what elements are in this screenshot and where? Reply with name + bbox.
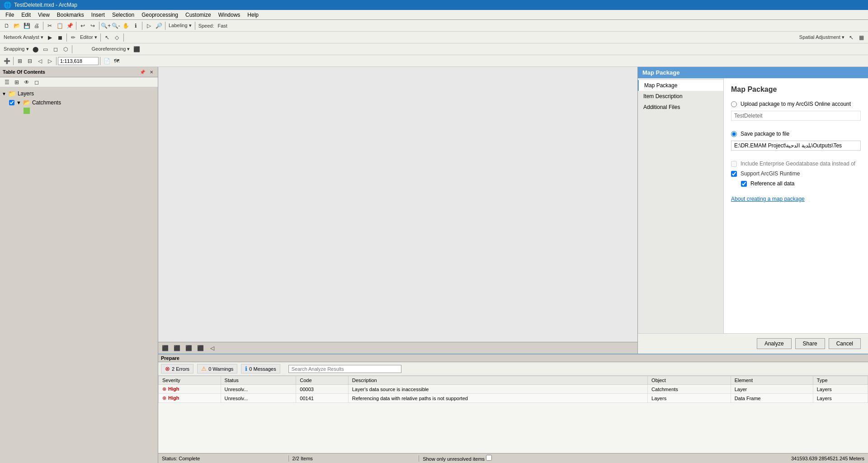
catchments-checkbox[interactable]: [9, 100, 14, 105]
labeling-label[interactable]: Labeling ▾: [169, 23, 192, 28]
upload-name-input[interactable]: [731, 111, 861, 121]
sep10: [72, 45, 72, 53]
expand-icon: ▼: [2, 91, 6, 96]
reference-data-row: Reference all data: [741, 180, 861, 187]
zoom-next-button[interactable]: ▷: [45, 56, 55, 66]
network-analyst-label[interactable]: Network Analyst ▾: [4, 34, 43, 40]
sa-select[interactable]: ↖: [846, 33, 856, 43]
upload-radio[interactable]: [731, 101, 737, 107]
panel-content: Map Package Upload package to my ArcGIS …: [724, 78, 868, 333]
search-analyze-input[interactable]: [288, 365, 401, 373]
info-button[interactable]: ℹ: [131, 21, 141, 31]
save-path-input[interactable]: [731, 141, 861, 151]
zoom-layer-button[interactable]: ⊟: [25, 56, 35, 66]
table-row[interactable]: ⊗High Unresolv... 00141 Referencing data…: [159, 394, 868, 403]
zoom-out-button[interactable]: 🔍-: [111, 21, 121, 31]
toc-list-view[interactable]: ☰: [2, 77, 12, 87]
messages-button[interactable]: ℹ 0 Messages: [241, 364, 280, 373]
new-button[interactable]: 🗋: [2, 21, 12, 31]
network-btn1[interactable]: ▶: [45, 33, 55, 43]
snapping-label[interactable]: Snapping ▾: [4, 46, 29, 52]
menu-help[interactable]: Help: [244, 11, 262, 19]
redo-button[interactable]: ↪: [88, 21, 98, 31]
editor-label[interactable]: Editor ▾: [80, 34, 97, 40]
map-view[interactable]: [158, 67, 637, 342]
map-nav-btn5[interactable]: ◁: [207, 343, 217, 353]
open-button[interactable]: 📂: [12, 21, 22, 31]
support-runtime-checkbox[interactable]: [731, 171, 737, 177]
include-enterprise-row: Include Enterprise Geodatabase data inst…: [731, 161, 861, 167]
menu-customize[interactable]: Customize: [182, 11, 215, 19]
toc-pin-button[interactable]: 📌: [139, 68, 146, 76]
toc-toolbar: ☰ ⊞ 👁 ◻: [0, 77, 158, 87]
scale-input[interactable]: [58, 57, 99, 65]
undo-button[interactable]: ↩: [78, 21, 88, 31]
save-radio[interactable]: [731, 131, 737, 137]
geo-btn1[interactable]: ⬛: [132, 44, 142, 54]
menu-file[interactable]: File: [2, 11, 18, 19]
cancel-button[interactable]: Cancel: [829, 338, 861, 349]
errors-button[interactable]: ⊗ 2 Errors: [161, 364, 193, 373]
vertex-tool[interactable]: ◇: [112, 33, 122, 43]
nav-item-description[interactable]: Item Description: [638, 91, 723, 102]
snap-mid[interactable]: ⬡: [61, 44, 71, 54]
table-row[interactable]: ⊗High Unresolv... 00003 Layer's data sou…: [159, 385, 868, 394]
toc-close-button[interactable]: ✕: [148, 68, 155, 76]
share-button[interactable]: Share: [795, 338, 825, 349]
analyze-button[interactable]: Analyze: [757, 338, 792, 349]
select-button[interactable]: ▷: [144, 21, 154, 31]
paste-button[interactable]: 📌: [65, 21, 75, 31]
map-nav-btn3[interactable]: ⬛: [184, 343, 193, 353]
warnings-button[interactable]: ⚠ 0 Warnings: [197, 364, 237, 373]
toc-layers-group[interactable]: ▼ 📁 Layers: [2, 89, 156, 98]
menu-windows[interactable]: Windows: [215, 11, 244, 19]
map-nav-btn1[interactable]: ⬛: [160, 343, 170, 353]
toc-panel: Table Of Contents 📌 ✕ ☰ ⊞ 👁 ◻ ▼ 📁 Layers: [0, 67, 158, 463]
menu-edit[interactable]: Edit: [18, 11, 34, 19]
layout-view-button[interactable]: 📄: [102, 56, 112, 66]
pan-button[interactable]: ✋: [121, 21, 131, 31]
show-unresolved-checkbox[interactable]: [486, 455, 492, 461]
identify-button[interactable]: 🔎: [154, 21, 164, 31]
toc-catchments-item[interactable]: ▼ 📂 Catchments: [9, 98, 156, 107]
zoom-prev-button[interactable]: ◁: [35, 56, 45, 66]
map-nav-btn2[interactable]: ⬛: [172, 343, 182, 353]
select-tool[interactable]: ↖: [102, 33, 112, 43]
cut-button[interactable]: ✂: [45, 21, 55, 31]
include-enterprise-checkbox[interactable]: [731, 161, 737, 167]
about-map-package-link[interactable]: About creating a map package: [731, 196, 805, 202]
toc-selection-view[interactable]: ◻: [32, 77, 42, 87]
speed-value[interactable]: Fast: [218, 23, 227, 28]
data-view-button[interactable]: 🗺: [112, 56, 122, 66]
menu-geoprocessing[interactable]: Geoprocessing: [138, 11, 182, 19]
menu-bookmarks[interactable]: Bookmarks: [53, 11, 88, 19]
menu-insert[interactable]: Insert: [88, 11, 108, 19]
toc-visibility-view[interactable]: 👁: [22, 77, 32, 87]
reference-data-checkbox[interactable]: [741, 181, 747, 187]
spatial-adjustment-label[interactable]: Spatial Adjustment ▾: [799, 34, 844, 40]
menu-view[interactable]: View: [34, 11, 53, 19]
edit-btn[interactable]: ✏: [68, 33, 78, 43]
snap-point[interactable]: ⬤: [31, 44, 41, 54]
toc-sublayer-item[interactable]: [24, 107, 156, 115]
sa-tool1[interactable]: ▦: [856, 33, 866, 43]
copy-button[interactable]: 📋: [55, 21, 65, 31]
network-btn2[interactable]: ◼: [55, 33, 65, 43]
print-button[interactable]: 🖨: [32, 21, 42, 31]
app-title: TestDeleteit.mxd - ArcMap: [14, 2, 77, 8]
toc-source-view[interactable]: ⊞: [12, 77, 22, 87]
zoom-full-button[interactable]: ⊞: [15, 56, 25, 66]
sep7: [66, 33, 67, 42]
zoom-in-button[interactable]: 🔍+: [101, 21, 111, 31]
snap-vertex[interactable]: ◻: [51, 44, 61, 54]
map-nav-btn4[interactable]: ⬛: [195, 343, 205, 353]
toolbar-network: Network Analyst ▾ ▶ ◼ ✏ Editor ▾ ↖ ◇ Spa…: [0, 32, 868, 43]
save-button[interactable]: 💾: [22, 21, 32, 31]
sep9: [123, 33, 124, 42]
snap-edge[interactable]: ▭: [41, 44, 51, 54]
georeferencing-label[interactable]: Georeferencing ▾: [92, 46, 130, 52]
menu-selection[interactable]: Selection: [108, 11, 138, 19]
nav-additional-files[interactable]: Additional Files: [638, 102, 723, 113]
nav-map-package[interactable]: Map Package: [638, 80, 723, 91]
add-data-button[interactable]: ➕: [2, 56, 12, 66]
